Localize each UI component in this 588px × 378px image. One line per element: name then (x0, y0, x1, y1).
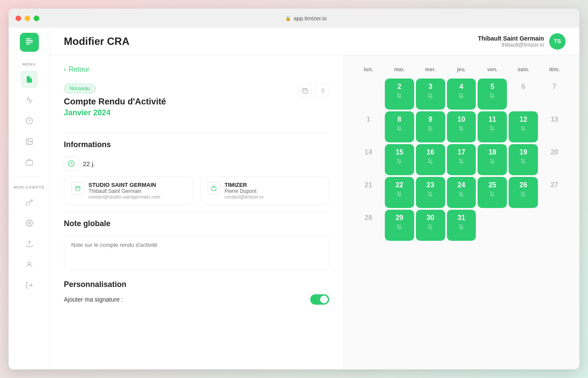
cell-hours: 1j. (490, 92, 495, 98)
cell-date: 13 (550, 116, 558, 123)
close-button[interactable] (16, 16, 21, 21)
calendar-cell[interactable]: 41j. (447, 79, 476, 110)
cell-hours: 1j. (521, 191, 526, 197)
svg-rect-0 (26, 38, 31, 39)
sidebar-item-chart[interactable] (21, 91, 38, 109)
cell-hours: 1j. (428, 191, 433, 197)
signature-toggle[interactable] (310, 294, 329, 305)
cell-date: 22 (396, 181, 403, 189)
calendar-cell[interactable]: 161j. (416, 144, 445, 175)
cell-hours: 1j. (396, 224, 402, 230)
cell-hours: 1j. (428, 125, 433, 131)
cell-date: 25 (488, 181, 496, 189)
client-email: contact@studio-saintgermain.com (88, 194, 160, 199)
cell-date: 31 (458, 214, 465, 222)
user-name: Thibault Saint Germain (478, 35, 544, 42)
cell-date: 27 (550, 181, 558, 189)
calendar-cell[interactable]: 121j. (509, 111, 538, 142)
signature-row: Ajouter ma signature : (64, 294, 329, 305)
calendar-cell[interactable]: 91j. (416, 111, 445, 142)
sidebar-item-logout[interactable] (21, 277, 38, 294)
calendar-cell: 7 (540, 79, 569, 110)
calendar-cell[interactable]: 151j. (385, 144, 414, 175)
cell-hours: 1j. (521, 125, 526, 131)
cell-hours: 1j. (490, 158, 495, 164)
url-bar: 🔒 app.timizer.io (39, 15, 572, 22)
contact-card-provider: TIMIZER Pierre Dupont contact@timizer.io (200, 176, 330, 205)
cell-date: 17 (458, 148, 465, 156)
calendar-cell[interactable]: 101j. (447, 111, 476, 142)
traffic-lights (16, 16, 39, 21)
cell-hours: 1j. (428, 92, 433, 98)
sidebar-item-settings[interactable] (21, 214, 38, 232)
calendar-grid: 21j.31j.41j.51j.67181j.91j.101j.111j.121… (354, 79, 569, 274)
cell-date: 24 (458, 181, 465, 189)
signature-label: Ajouter ma signature : (64, 296, 123, 303)
cell-date: 30 (427, 214, 434, 222)
sidebar-item-clock[interactable] (21, 112, 38, 129)
calendar-cell[interactable]: 301j. (416, 210, 445, 241)
note-input[interactable] (64, 235, 329, 270)
calendar-cell[interactable]: 111j. (478, 111, 507, 142)
calendar-cell[interactable]: 81j. (385, 111, 414, 142)
cell-date: 21 (365, 181, 372, 189)
url-text: app.timizer.io (294, 15, 327, 22)
cell-hours: 1j. (459, 125, 464, 131)
calendar-cell[interactable]: 51j. (478, 79, 507, 110)
user-email: thibault@timizer.io (478, 42, 544, 48)
calendar-cell[interactable]: 241j. (447, 177, 476, 208)
cell-hours: 1j. (459, 92, 464, 98)
cell-date: 9 (428, 116, 432, 123)
cell-date: 1 (366, 116, 370, 123)
calendar-day-header: mer. (416, 64, 445, 75)
cell-hours: 1j. (459, 224, 464, 230)
maximize-button[interactable] (34, 16, 39, 21)
sidebar-divider (17, 176, 41, 176)
calendar-cell[interactable]: 251j. (478, 177, 507, 208)
calendar-cell[interactable]: 261j. (509, 177, 538, 208)
provider-person: Pierre Dupont (225, 188, 264, 194)
svg-rect-1 (26, 40, 33, 41)
calendar-cell[interactable]: 21j. (385, 79, 414, 110)
title-bar: 🔒 app.timizer.io (9, 9, 579, 28)
back-label: Retour (69, 66, 89, 73)
calendar-cell: 13 (540, 111, 569, 142)
minimize-button[interactable] (25, 16, 30, 21)
calendar-cell[interactable]: 291j. (385, 210, 414, 241)
calendar-cell (354, 79, 383, 110)
back-button[interactable]: ‹ Retour (64, 66, 329, 73)
sidebar-item-document[interactable] (21, 71, 38, 88)
cell-hours: 1j. (396, 92, 402, 98)
calendar-cell: 6 (509, 79, 538, 110)
sidebar-item-upload[interactable] (21, 235, 38, 252)
note-heading: Note globale (64, 219, 329, 228)
cell-hours: 1j. (428, 224, 433, 230)
calendar-cell (354, 243, 383, 274)
cell-date: 16 (427, 148, 434, 156)
calendar-cell[interactable]: 171j. (447, 144, 476, 175)
divider-1 (64, 133, 329, 133)
calendar-cell: 1 (354, 111, 383, 142)
account-label: MON COMPTE (14, 185, 45, 189)
calendar-cell[interactable]: 31j. (416, 79, 445, 110)
calendar-panel: lun.mar.mer.jeu.ven.sam.dim. 21j.31j.41j… (343, 55, 579, 369)
cell-date: 10 (458, 116, 465, 123)
calendar-cell[interactable]: 311j. (447, 210, 476, 241)
sidebar-item-key[interactable] (21, 194, 38, 211)
calendar-view-button[interactable] (298, 84, 312, 98)
cell-date: 28 (365, 214, 372, 222)
cell-date: 8 (397, 116, 401, 123)
calendar-cell: 27 (540, 177, 569, 208)
calendar-cell[interactable]: 191j. (509, 144, 538, 175)
cell-date: 3 (428, 83, 432, 91)
svg-rect-28 (211, 187, 216, 190)
sidebar-item-user[interactable] (21, 256, 38, 273)
calendar-cell[interactable]: 181j. (478, 144, 507, 175)
sidebar-item-photo[interactable] (21, 133, 38, 150)
calendar-cell[interactable]: 231j. (416, 177, 445, 208)
sidebar-item-briefcase[interactable] (21, 154, 38, 171)
list-view-button[interactable] (315, 84, 329, 98)
cra-title: Compte Rendu d'Activité (64, 97, 166, 107)
calendar-cell[interactable]: 221j. (385, 177, 414, 208)
svg-rect-24 (75, 186, 80, 191)
